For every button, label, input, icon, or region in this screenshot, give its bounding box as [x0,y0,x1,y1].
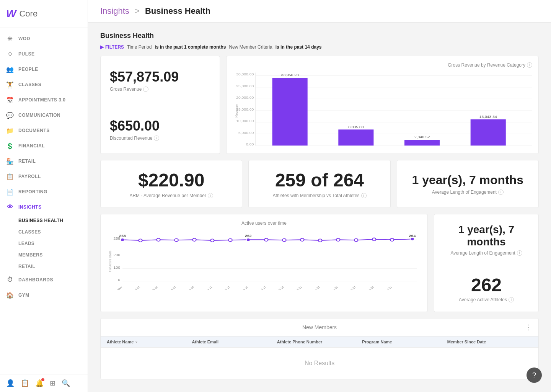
docs-icon[interactable]: 📋 [21,379,29,387]
sort-icon[interactable]: ∨ [135,340,138,344]
sidebar-label-reporting: REPORTING [18,189,47,194]
logo: W Core [0,0,88,28]
sidebar-sub-item-business-health[interactable]: BUSINESS HEALTH [18,215,88,226]
sidebar-footer: 👤 📋 🔔 ⊞ 🔍 [0,374,88,392]
sidebar-label-dashboards: DASHBOARDS [18,277,53,283]
sidebar-item-people[interactable]: 👥PEOPLE [0,62,88,77]
sidebar-label-pulse: PULSE [18,51,35,57]
sidebar-sub-item-members[interactable]: MEMBERS [18,249,88,261]
sidebar-item-pulse[interactable]: ♢PULSE [0,46,88,62]
sidebar-item-wod[interactable]: ✳WOD [0,31,88,46]
filters-bar: ▶ FILTERS Time Period is in the past 1 c… [100,44,539,50]
notifications-icon[interactable]: 🔔 [35,379,44,387]
breadcrumb-parent[interactable]: Insights [100,6,129,16]
communication-icon: 💬 [6,111,14,119]
svg-point-51 [372,238,376,241]
col-program-name: Program Name [362,340,447,344]
avg-active-info-icon[interactable]: i [509,297,514,302]
profile-icon[interactable]: 👤 [6,379,15,387]
svg-point-39 [156,238,160,241]
arm-value: $220.90 [138,170,205,191]
sidebar-item-communication[interactable]: 💬COMMUNICATION [0,108,88,123]
svg-point-50 [354,238,358,242]
help-button[interactable]: ? [527,368,542,383]
sidebar-sub-item-retail[interactable]: RETAIL [18,261,88,272]
svg-text:100: 100 [114,266,121,270]
sidebar-label-communication: COMMUNICATION [18,113,60,118]
svg-rect-22 [404,140,440,145]
avg-length-value2: 1 year(s), 7 months [443,224,529,248]
sidebar-item-documents[interactable]: 📁DOCUMENTS [0,123,88,138]
table-columns: Athlete Name ∨ Athlete Email Athlete Pho… [101,336,538,348]
svg-text:0.00: 0.00 [246,142,254,146]
col-athlete-email: Athlete Email [192,340,277,344]
sidebar-label-appointments: APPOINTMENTS 3.0 [18,97,65,103]
svg-rect-19 [338,129,373,145]
logo-text: Core [19,9,37,19]
discounted-revenue-info-icon[interactable]: i [154,136,159,141]
sidebar-item-appointments[interactable]: 📅APPOINTMENTS 3.0 [0,92,88,108]
svg-point-52 [390,238,394,241]
svg-text:13,043.34: 13,043.34 [479,115,497,119]
grid-icon[interactable]: ⊞ [50,379,55,387]
svg-text:262: 262 [245,234,252,238]
logo-icon: W [6,8,16,20]
engagement-value: 1 year(s), 7 months [412,173,523,187]
sidebar-sub-item-classes[interactable]: CLASSES [18,226,88,238]
filters-arrow: ▶ [100,44,104,50]
sidebar-item-classes[interactable]: 🏋CLASSES [0,77,88,92]
page-title: Business Health [100,32,539,40]
filters-toggle[interactable]: ▶ FILTERS [100,44,124,50]
svg-point-49 [336,238,340,241]
svg-text:Oct 21: Oct 21 [293,286,303,290]
arm-info-icon[interactable]: i [208,193,213,198]
svg-rect-16 [272,78,308,145]
svg-text:Sat 13: Sat 13 [222,286,231,290]
sidebar-sub-item-leads[interactable]: LEADS [18,238,88,249]
athletes-info-icon[interactable]: i [361,193,367,198]
avg-active-card: 262 Average Active Athletes i [434,265,539,312]
svg-point-45 [264,238,268,241]
sidebar-label-wod: WOD [18,36,30,41]
filter-new-member-text: New Member Criteria [229,44,272,50]
line-chart: 258 200 100 0 # of Active Users [107,229,421,290]
svg-text:5,000.00: 5,000.00 [238,131,254,135]
svg-text:20,000.00: 20,000.00 [236,96,254,100]
sidebar-item-payroll[interactable]: 📋PAYROLL [0,169,88,184]
table-menu-icon[interactable]: ⋮ [525,323,532,332]
arm-label: ARM - Average Revenue per Member i [129,193,213,198]
new-members-table: New Members ⋮ Athlete Name ∨ Athlete Ema… [100,318,539,379]
sidebar-label-classes: CLASSES [18,82,41,87]
engagement-info-icon[interactable]: i [498,189,504,195]
svg-rect-25 [471,119,506,146]
timeseries-card: Active users over time 258 200 100 0 # o… [100,214,428,312]
breadcrumb-current: Business Health [145,6,210,16]
sidebar-nav: ✳WOD♢PULSE👥PEOPLE🏋CLASSES📅APPOINTMENTS 3… [0,28,88,374]
svg-text:# of Active Users: # of Active Users [108,251,112,272]
payroll-icon: 📋 [6,173,14,180]
bar-chart: 0.00 5,000.00 10,000.00 15,000.00 20,000… [233,71,532,147]
reporting-icon: 📄 [6,188,14,196]
svg-text:Mon 15: Mon 15 [239,286,249,290]
bar-chart-info-icon[interactable]: i [527,62,532,68]
svg-text:Thu 25: Thu 25 [329,286,339,290]
sidebar-item-gym[interactable]: 🏠GYM [0,287,88,303]
avg-length-info-icon[interactable]: i [517,250,522,256]
gross-revenue-info-icon[interactable]: i [143,87,148,92]
people-icon: 👥 [6,65,14,73]
sidebar-item-dashboards[interactable]: ⏱DASHBOARDS [0,272,88,287]
search-icon[interactable]: 🔍 [62,379,70,387]
sidebar-item-reporting[interactable]: 📄REPORTING [0,184,88,199]
sidebar-label-insights: INSIGHTS [18,204,42,210]
sidebar-item-financial[interactable]: 💲FINANCIAL [0,138,88,154]
wod-icon: ✳ [6,35,14,42]
svg-text:Mon 29: Mon 29 [365,286,375,290]
retail-icon: 🏪 [6,157,14,165]
avg-active-label: Average Active Athletes i [459,297,514,302]
svg-text:33,956.23: 33,956.23 [281,73,299,77]
svg-text:Wed 31: Wed 31 [382,286,393,290]
sidebar-item-retail[interactable]: 🏪RETAIL [0,154,88,169]
sidebar-item-insights[interactable]: 👁INSIGHTS [0,199,88,215]
svg-text:Revenue: Revenue [234,105,239,118]
col-member-since: Member Since Date [447,340,532,344]
